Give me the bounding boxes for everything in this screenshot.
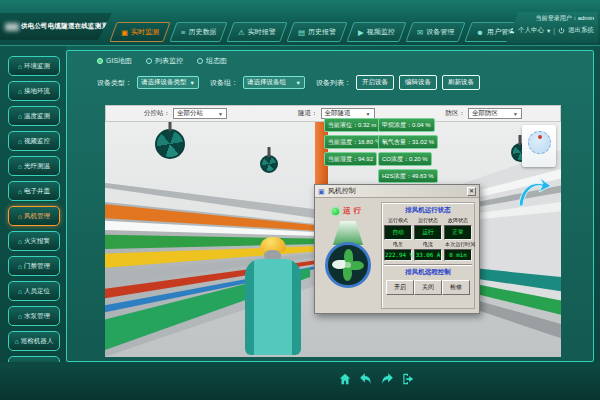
sidebar-item[interactable]: ⌂ 温度监测	[8, 106, 60, 126]
sidebar-item[interactable]: ⌂ 人员定位	[8, 281, 60, 301]
sidebar-item[interactable]: ⌂ 巡检机器人	[8, 331, 60, 351]
view-mode-label: 组态图	[206, 56, 227, 66]
filter-label: 防区：	[446, 109, 466, 118]
status-value: 运行	[414, 225, 442, 240]
sidebar-item-label: 环境监测	[24, 62, 50, 71]
fan-image	[325, 242, 371, 288]
history-data-icon: ≡	[181, 28, 185, 37]
status-label: 电压	[385, 241, 411, 247]
device-action-button[interactable]: 编辑设备	[399, 75, 437, 90]
filter-select[interactable]: 全部防区 ▼	[468, 108, 522, 119]
user-manage-icon: ☻	[476, 28, 484, 37]
status-value: 正常	[444, 225, 472, 240]
module-icon: ⌂	[15, 338, 19, 345]
nav-tab-label: 历史报警	[308, 27, 336, 37]
personal-center-link[interactable]: 个人中心	[518, 26, 544, 35]
exit-icon[interactable]	[401, 372, 415, 386]
status-label: 故障状态	[445, 217, 471, 223]
badge-label: CO浓度：	[382, 156, 409, 162]
device-action-button[interactable]: 刷新设备	[442, 75, 480, 90]
radio-icon	[97, 58, 103, 64]
nav-tab[interactable]: ⚠ 实时报警	[227, 22, 288, 42]
badge-value: 49.63 %	[412, 173, 434, 179]
sidebar-item[interactable]: ⌂ 接地环流	[8, 81, 60, 101]
module-icon: ⌂	[18, 188, 22, 195]
module-icon: ⌂	[18, 88, 22, 95]
sidebar: ⌂ 环境监测 ⌂ 接地环流 ⌂ 温度监测 ⌂ 视频监控 ⌂ 光纤测温 ⌂ 电子井…	[8, 56, 60, 376]
nav-tab[interactable]: ▤ 历史报警	[287, 22, 348, 42]
status-cell: 运行状态 运行	[414, 217, 442, 240]
nav-tab-label: 实时监测	[131, 27, 159, 37]
status-label: 电流	[415, 241, 441, 247]
filter-select[interactable]: 全部分站 ▼	[173, 108, 227, 119]
sidebar-item[interactable]: ⌂ 光纤测温	[8, 156, 60, 176]
sidebar-item[interactable]: ⌂ 水泵管理	[8, 306, 60, 326]
app-title: 供电公司电缆隧道在线监测系统	[21, 22, 115, 31]
rotate-view-arrow-icon[interactable]	[516, 176, 552, 208]
logout-link[interactable]: 退出系统	[568, 26, 594, 35]
status-cell: 本次运行时间 0 min	[444, 241, 472, 261]
nav-tab[interactable]: ✉ 设备管理	[405, 22, 466, 42]
view-mode-radio[interactable]: 列表监控	[146, 56, 183, 66]
nav-tab[interactable]: ▣ 实时监测	[109, 22, 170, 42]
filter-value: 全部分站	[177, 109, 203, 118]
viewport: 分控站： 全部分站 ▼ 隧道： 全部隧道 ▼ 防区： 全部防区 ▼	[105, 105, 561, 357]
chevron-down-icon: ▼	[366, 111, 371, 117]
home-icon[interactable]	[338, 372, 352, 386]
sidebar-item-label: 水泵管理	[24, 312, 50, 321]
status-value: 0 min	[444, 249, 472, 261]
status-grid-row1: 运行模式 自动 运行状态 运行 故障状态 正常	[384, 217, 472, 240]
device-group-label: 设备组：	[210, 78, 238, 88]
redo-icon[interactable]	[380, 372, 394, 386]
sidebar-item[interactable]: ⌂ 火灾报警	[8, 231, 60, 251]
sidebar-item-label: 光纤测温	[24, 162, 50, 171]
sidebar-item[interactable]: ⌂ 电子井盖	[8, 181, 60, 201]
module-icon: ⌂	[18, 113, 22, 120]
nav-tab-label: 设备管理	[426, 27, 454, 37]
module-icon: ⌂	[18, 313, 22, 320]
status-value: 自动	[384, 225, 412, 240]
filter-label: 分控站：	[144, 109, 170, 118]
device-action-button[interactable]: 开启设备	[356, 75, 394, 90]
chevron-down-icon[interactable]: ▾	[547, 27, 550, 35]
main-nav-tabs: ▣ 实时监测 ≡ 历史数据 ⚠ 实时报警 ▤ 历史报警	[113, 22, 523, 42]
close-icon[interactable]: ✕	[467, 187, 476, 196]
view-mode-radio[interactable]: 组态图	[197, 56, 227, 66]
history-alarm-icon: ▤	[298, 28, 305, 37]
sensor-badge: CO浓度：0.20 %	[378, 152, 432, 166]
fan-control-button[interactable]: 关闭	[414, 280, 442, 295]
sidebar-item[interactable]: ⌂ 风机管理	[8, 206, 60, 226]
fan-control-button[interactable]: 检修	[442, 280, 470, 295]
status-label: 本次运行时间	[445, 241, 471, 247]
fan-control-buttons: 开启关闭检修	[384, 280, 472, 295]
scene-filter: 防区： 全部防区 ▼	[446, 108, 523, 119]
fan-control-button[interactable]: 开启	[386, 280, 414, 295]
dialog-title: 风机控制	[328, 186, 464, 196]
header: 供电公司电缆隧道在线监测系统 ▣ 实时监测 ≡ 历史数据 ⚠ 实时报警	[0, 0, 600, 46]
ceiling-fan-icon	[260, 155, 278, 173]
nav-tab[interactable]: ≡ 历史数据	[169, 22, 228, 42]
dialog-titlebar[interactable]: ▣ 风机控制 ✕	[315, 185, 479, 198]
sidebar-item[interactable]: ⌂ 视频监控	[8, 131, 60, 151]
nav-tab[interactable]: ▶ 视频监控	[347, 22, 407, 42]
view-mode-label: GIS地图	[106, 56, 132, 66]
minimap-compass[interactable]	[522, 125, 556, 167]
sidebar-item[interactable]: ⌂ 环境监测	[8, 56, 60, 76]
status-value: 222.94 V	[384, 249, 412, 261]
undo-icon[interactable]	[359, 372, 373, 386]
badge-value: 0.20 %	[409, 156, 428, 162]
power-icon	[558, 27, 565, 34]
sensor-badges-left: 当前液位：0.32 m 当前温度：16.80 ℃ 当前湿度：94.92	[324, 118, 385, 169]
status-section-title: 排风机运行状态	[384, 206, 472, 215]
device-type-label: 设备类型：	[97, 78, 132, 88]
view-mode-radio[interactable]: GIS地图	[97, 56, 132, 66]
ceiling-fan-icon	[155, 129, 185, 159]
sidebar-item[interactable]: ⌂ 门禁管理	[8, 256, 60, 276]
status-cell: 电压 222.94 V	[384, 241, 412, 261]
status-label: 运行模式	[385, 217, 411, 223]
device-group-select[interactable]: 请选择设备组 ▼	[243, 76, 305, 89]
module-icon: ⌂	[18, 138, 22, 145]
nav-tab-label: 视频监控	[367, 27, 395, 37]
app-title-banner: 供电公司电缆隧道在线监测系统	[0, 13, 112, 40]
device-type-select[interactable]: 请选择设备类型 ▼	[137, 76, 199, 89]
